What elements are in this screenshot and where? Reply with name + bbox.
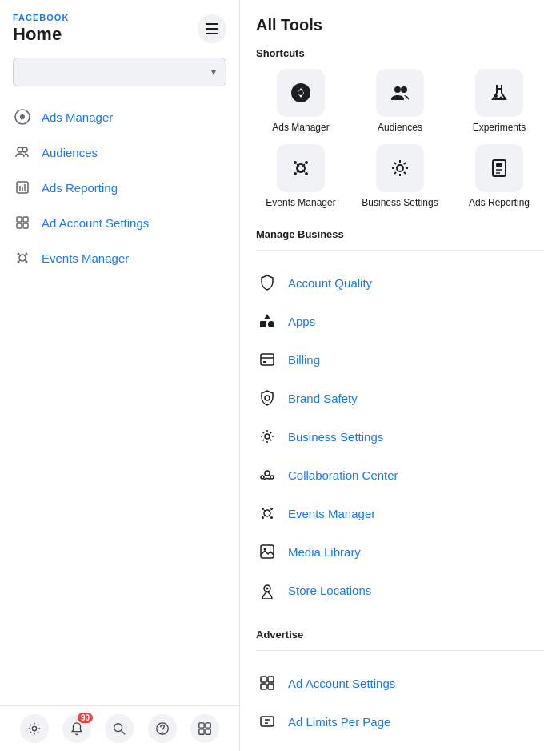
sidebar-search-wrap: ▾ (0, 51, 239, 93)
events-manager-manage-label: Events Manager (288, 507, 375, 520)
ad-account-settings-icon (13, 213, 32, 232)
sidebar-audiences-label: Audiences (42, 146, 98, 159)
shortcut-experiments-label: Experiments (473, 122, 526, 135)
notifications-button[interactable]: 90 (62, 714, 91, 743)
advertise-divider (256, 650, 544, 651)
svg-point-42 (294, 172, 297, 175)
media-library-label: Media Library (288, 545, 361, 559)
svg-rect-29 (199, 729, 204, 734)
audiences-shortcut-icon (389, 82, 411, 104)
right-panel: All Tools Shortcuts Ads Manager (240, 0, 560, 751)
shortcut-audiences-icon-box (376, 69, 424, 117)
svg-point-34 (394, 86, 401, 93)
shortcut-experiments[interactable]: Experiments (454, 69, 544, 135)
sidebar-home-title: FACEBOOK Home (13, 13, 69, 45)
svg-point-68 (262, 516, 264, 519)
ads-manager-icon (13, 107, 32, 127)
svg-point-4 (22, 147, 27, 152)
advertise-item-ad-limits[interactable]: Ad Limits Per Page (256, 702, 544, 741)
svg-point-38 (500, 97, 502, 99)
search-button[interactable] (105, 714, 134, 743)
advertise-item-ads-manager[interactable]: Ads Manager (256, 741, 544, 751)
sidebar: FACEBOOK Home ▾ (0, 0, 240, 751)
svg-rect-9 (17, 217, 22, 222)
grid-button[interactable] (190, 714, 219, 743)
shortcut-ads-manager-label: Ads Manager (272, 122, 329, 135)
ads-reporting-icon (13, 178, 32, 197)
ads-manager-shortcut-icon (290, 82, 312, 104)
shortcut-ads-manager[interactable]: Ads Manager (256, 69, 346, 135)
events-manager-manage-icon (256, 502, 278, 524)
svg-rect-11 (17, 223, 22, 228)
svg-rect-80 (261, 684, 266, 689)
svg-point-23 (114, 724, 122, 732)
account-quality-icon (256, 271, 278, 294)
svg-point-35 (401, 86, 407, 93)
shortcut-ads-manager-icon-box (277, 69, 325, 117)
svg-line-64 (270, 476, 270, 476)
svg-rect-50 (496, 163, 502, 167)
shortcut-business-settings[interactable]: Business Settings (355, 144, 445, 210)
manage-item-apps[interactable]: Apps (256, 302, 544, 340)
hamburger-button[interactable] (198, 14, 226, 43)
svg-rect-30 (206, 729, 210, 734)
sidebar-nav: Ads Manager Audiences (0, 93, 239, 705)
svg-point-43 (305, 172, 308, 175)
manage-item-billing[interactable]: Billing (256, 340, 544, 379)
svg-rect-81 (268, 684, 274, 689)
advertise-item-ad-account-settings[interactable]: Ad Account Settings (256, 664, 544, 702)
grid-icon (198, 721, 212, 736)
svg-rect-12 (23, 223, 28, 228)
svg-rect-78 (261, 677, 266, 682)
shortcut-audiences[interactable]: Audiences (355, 69, 445, 135)
sidebar-item-ads-manager[interactable]: Ads Manager (0, 99, 239, 135)
store-locations-icon (256, 579, 278, 601)
shortcut-ads-reporting-label: Ads Reporting (469, 197, 530, 210)
advertise-section: Advertise Ad Account Settings (256, 629, 544, 751)
manage-item-brand-safety[interactable]: Brand Safety (256, 379, 544, 417)
media-library-icon (256, 540, 278, 563)
shortcut-events-manager[interactable]: Events Manager (256, 144, 346, 210)
help-button[interactable] (148, 714, 177, 743)
svg-rect-74 (261, 545, 274, 558)
manage-item-business-settings[interactable]: Business Settings (256, 417, 544, 456)
settings-button[interactable] (20, 714, 49, 743)
svg-point-62 (270, 476, 274, 479)
search-icon (112, 721, 126, 736)
notification-badge: 90 (78, 713, 93, 723)
shortcut-ads-reporting[interactable]: Ads Reporting (454, 144, 544, 210)
sidebar-ad-account-settings-label: Ad Account Settings (42, 216, 149, 230)
sidebar-item-audiences[interactable]: Audiences (0, 135, 239, 170)
sidebar-item-ads-reporting[interactable]: Ads Reporting (0, 170, 239, 205)
business-settings-label: Business Settings (288, 430, 383, 444)
svg-point-2 (20, 114, 25, 119)
manage-business-label: Manage Business (256, 228, 544, 240)
svg-point-54 (268, 321, 274, 327)
chevron-down-icon: ▾ (211, 66, 216, 78)
events-manager-icon (13, 248, 32, 267)
manage-item-media-library[interactable]: Media Library (256, 532, 544, 571)
sidebar-item-events-manager[interactable]: Events Manager (0, 240, 239, 275)
ad-account-settings-adv-icon (256, 672, 278, 694)
manage-item-account-quality[interactable]: Account Quality (256, 263, 544, 302)
manage-item-collaboration-center[interactable]: Collaboration Center (256, 456, 544, 494)
gear-icon (27, 721, 42, 736)
sidebar-item-ad-account-settings[interactable]: Ad Account Settings (0, 205, 239, 240)
manage-item-events-manager[interactable]: Events Manager (256, 494, 544, 532)
svg-point-33 (298, 90, 303, 95)
svg-point-48 (397, 165, 403, 171)
store-locations-label: Store Locations (288, 584, 371, 597)
hamburger-icon (206, 23, 218, 34)
sidebar-ads-reporting-label: Ads Reporting (42, 181, 118, 195)
sidebar-search-dropdown[interactable]: ▾ (13, 58, 226, 86)
svg-rect-79 (268, 677, 274, 682)
apps-label: Apps (288, 315, 315, 328)
svg-rect-27 (199, 723, 204, 728)
audiences-icon (13, 143, 32, 162)
svg-rect-53 (260, 321, 266, 327)
bell-icon (70, 721, 84, 736)
shortcut-ads-reporting-icon-box (475, 144, 523, 192)
sidebar-ads-manager-label: Ads Manager (42, 110, 113, 124)
svg-point-61 (261, 476, 264, 479)
manage-item-store-locations[interactable]: Store Locations (256, 571, 544, 609)
